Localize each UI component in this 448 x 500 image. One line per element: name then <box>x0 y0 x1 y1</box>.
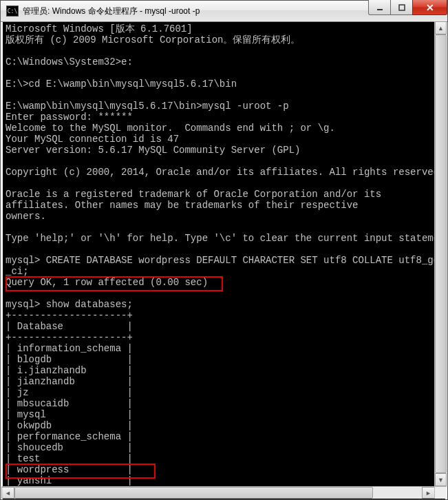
table-row: | mbsucaidb | <box>6 398 133 409</box>
scroll-right-button[interactable]: ► <box>422 487 435 499</box>
horizontal-scrollbar[interactable]: ◄ ► <box>1 486 435 499</box>
scroll-up-button[interactable]: ▲ <box>435 21 447 34</box>
chevron-right-icon: ► <box>425 490 431 497</box>
line: affiliates. Other names may be trademark… <box>6 200 358 211</box>
line: +--------------------+ <box>6 332 133 343</box>
table-row: | test | <box>6 453 133 464</box>
console-output[interactable]: Microsoft Windows [版本 6.1.7601] 版权所有 (c)… <box>3 22 445 499</box>
command-prompt-window: C:\ 管理员: Windows 命令处理程序 - mysql -uroot -… <box>0 0 448 500</box>
line: 版权所有 (c) 2009 Microsoft Corporation。保留所有… <box>6 34 300 45</box>
line: E:\>cd E:\wamp\bin\mysql\mysql5.6.17\bin <box>6 79 237 90</box>
table-row: | blogdb | <box>6 354 133 365</box>
table-row: | yanshi | <box>6 475 133 486</box>
cmd-icon-text: C:\ <box>8 8 17 14</box>
line: Copyright (c) 2000, 2014, Oracle and/or … <box>6 167 445 178</box>
line: owners. <box>6 211 46 222</box>
table-row: | jianzhandb | <box>6 376 133 387</box>
close-icon: ✕ <box>426 2 434 13</box>
line: E:\wamp\bin\mysql\mysql5.6.17\bin>mysql … <box>6 101 289 112</box>
maximize-icon <box>398 4 405 11</box>
line: Welcome to the MySQL monitor. Commands e… <box>6 123 335 134</box>
minimize-icon <box>376 4 383 11</box>
line: mysql> show databases; <box>6 299 133 310</box>
table-row: | jz | <box>6 387 133 398</box>
table-row: | mysql | <box>6 409 133 420</box>
vscroll-track[interactable] <box>435 34 447 473</box>
minimize-button[interactable] <box>368 0 391 15</box>
highlighted-wordpress-row: | wordpress | <box>6 464 133 475</box>
console-area: Microsoft Windows [版本 6.1.7601] 版权所有 (c)… <box>1 22 447 499</box>
line: C:\Windows\System32>e: <box>6 56 133 67</box>
line: +--------------------+ <box>6 310 133 321</box>
line: Your MySQL connection id is 47 <box>6 134 179 145</box>
chevron-left-icon: ◄ <box>5 490 11 497</box>
svg-rect-1 <box>399 5 405 10</box>
hscroll-thumb[interactable] <box>14 487 373 499</box>
line: Type 'help;' or '\h' for help. Type '\c'… <box>6 233 445 244</box>
line: Enter password: ****** <box>6 112 133 123</box>
line: _ci; <box>6 266 29 277</box>
hscroll-track[interactable] <box>14 487 422 499</box>
chevron-up-icon: ▲ <box>438 25 444 32</box>
scroll-left-button[interactable]: ◄ <box>1 487 14 499</box>
line: Server version: 5.6.17 MySQL Community S… <box>6 145 300 156</box>
line: mysql> CREATE DATABASE wordpress DEFAULT… <box>6 255 445 266</box>
line: | Database | <box>6 321 133 332</box>
resize-grip[interactable] <box>434 486 447 499</box>
cmd-icon: C:\ <box>6 6 19 17</box>
vertical-scrollbar[interactable]: ▲ ▼ <box>434 21 447 486</box>
line: Oracle is a registered trademark of Orac… <box>6 189 381 200</box>
table-row: | performance_schema | <box>6 431 133 442</box>
line: Microsoft Windows [版本 6.1.7601] <box>6 23 193 34</box>
window-buttons: ✕ <box>369 0 447 14</box>
svg-rect-0 <box>377 9 383 10</box>
table-row: | shoucedb | <box>6 442 133 453</box>
scroll-down-button[interactable]: ▼ <box>435 473 447 486</box>
table-row: | information_schema | <box>6 343 133 354</box>
close-button[interactable]: ✕ <box>412 0 447 15</box>
highlighted-query-ok: Query OK, 1 row affected (0.00 sec) <box>6 277 208 288</box>
vscroll-thumb[interactable] <box>435 34 447 473</box>
window-title: 管理员: Windows 命令处理程序 - mysql -uroot -p <box>23 6 200 17</box>
table-row: | okwpdb | <box>6 420 133 431</box>
chevron-down-icon: ▼ <box>438 477 444 483</box>
table-row: | i.jianzhandb | <box>6 365 133 376</box>
maximize-button[interactable] <box>390 0 413 15</box>
titlebar[interactable]: C:\ 管理员: Windows 命令处理程序 - mysql -uroot -… <box>1 1 447 22</box>
